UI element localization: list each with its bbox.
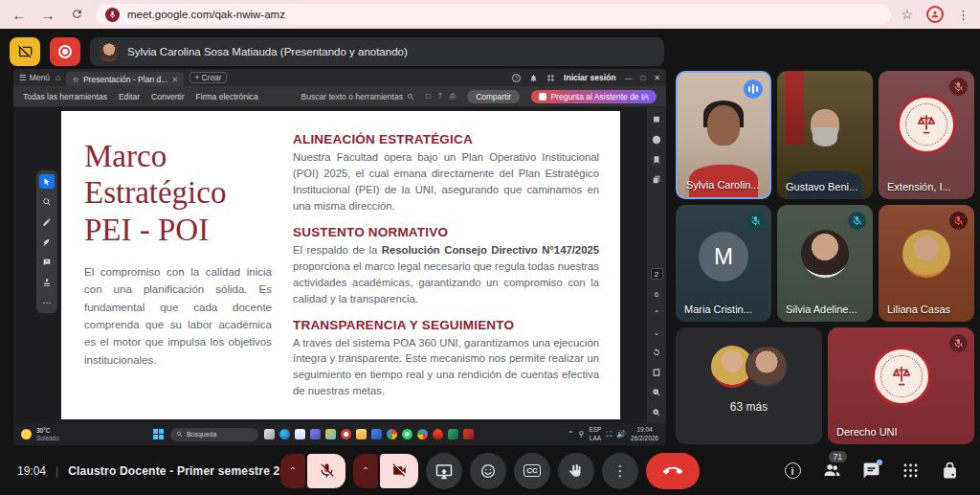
create-tab-button[interactable]: + Crear (189, 72, 226, 83)
acrobat-menu-button[interactable]: ☰ Menú (19, 73, 50, 82)
clock-widget[interactable]: 19:04 26/2/2026 (631, 426, 658, 441)
maximize-icon[interactable]: □ (640, 74, 645, 82)
text-comment-tool-icon[interactable] (39, 255, 55, 269)
tray-network-icon[interactable]: ⛶ (606, 430, 612, 439)
camera-options-chevron[interactable]: ⌃ (353, 454, 378, 488)
speaking-indicator-icon (744, 79, 763, 99)
stamp-tool-icon[interactable] (39, 275, 55, 289)
participant-tile-liliana[interactable]: Liliana Casas (879, 205, 974, 322)
more-tools-icon[interactable]: ⋯ (39, 295, 55, 309)
start-button-icon[interactable] (153, 429, 165, 440)
taskbar-app-icon[interactable] (417, 429, 428, 439)
participant-tile-derecho-uni[interactable]: Derecho UNI (828, 327, 974, 444)
slide-section-alineacion: ALINEACIÓN ESTRATÉGICA Nuestra Facultad … (293, 132, 599, 214)
taskbar-app-icon[interactable] (310, 429, 321, 439)
participant-tile-sylvia[interactable]: Sylvia Carolin... (676, 71, 771, 199)
document-tab[interactable]: ☆ Presentación - Plan d... ✕ (66, 72, 184, 86)
zoom-tool-icon[interactable] (39, 194, 55, 209)
presenter-name-pill[interactable]: Sylvia Carolina Sosa Matiauda (Presentan… (90, 37, 664, 66)
taskbar-app-icon[interactable] (264, 429, 275, 439)
taskbar-app-icon[interactable] (295, 429, 305, 439)
taskbar-app-icon[interactable] (387, 429, 397, 439)
acrobat-share-button[interactable]: Compartir (467, 90, 520, 103)
participant-avatar (902, 230, 950, 278)
tab-close-icon[interactable]: ✕ (171, 75, 178, 84)
search-tools[interactable]: Buscar texto o herramientas (301, 92, 414, 101)
taskbar-app-icon[interactable] (279, 429, 290, 439)
page-thumbnails-icon[interactable] (652, 175, 661, 185)
participant-tile-extension[interactable]: Extensión, I... (879, 71, 974, 199)
taskbar-app-icon[interactable] (341, 429, 351, 439)
taskbar-search[interactable]: Búsqueda (170, 428, 258, 441)
page-up-icon[interactable]: ⌃ (654, 309, 660, 318)
notifications-icon[interactable] (529, 74, 538, 82)
mic-toggle-button[interactable] (307, 454, 345, 488)
participant-tile-silvia-adeline[interactable]: Silvia Adeline... (777, 205, 873, 322)
profile-avatar-icon[interactable] (926, 6, 944, 23)
menu-esign[interactable]: Firma electrónica (196, 92, 258, 101)
fit-page-icon[interactable] (652, 368, 661, 377)
end-call-button[interactable] (646, 453, 700, 489)
zoom-out-icon[interactable] (652, 388, 661, 397)
upload-icon[interactable]: ⤴ (438, 92, 442, 101)
pencil-tool-icon[interactable] (39, 214, 55, 229)
highlighter-tool-icon[interactable] (39, 235, 55, 249)
menu-convert[interactable]: Convertir (151, 92, 184, 101)
taskbar-tray[interactable]: ⌃ ⚲ ESP LAA ⛶ 🔊 19:04 26/2/2026 (568, 426, 658, 441)
signin-button[interactable]: Iniciar sesión (564, 73, 615, 82)
recording-indicator-button[interactable] (50, 37, 80, 66)
forward-icon[interactable]: → (38, 7, 57, 23)
mic-off-icon (949, 78, 968, 96)
zoom-in-icon[interactable] (652, 408, 661, 417)
mic-options-chevron[interactable]: ⌃ (280, 454, 305, 488)
taskbar-app-icon[interactable] (371, 429, 382, 439)
menu-edit[interactable]: Editar (119, 92, 140, 101)
reload-icon[interactable] (67, 7, 86, 23)
more-options-button[interactable]: ⋮ (602, 453, 638, 489)
page-down-icon[interactable]: ⌄ (654, 328, 660, 337)
close-icon[interactable]: ✕ (654, 74, 660, 82)
bookmark-icon[interactable]: ☆ (901, 7, 913, 22)
meeting-details-button[interactable]: i (781, 460, 804, 483)
present-button[interactable] (426, 453, 462, 489)
taskbar-app-icon[interactable] (325, 429, 336, 439)
participants-button[interactable]: 71 (820, 460, 843, 483)
taskbar-app-icon[interactable] (402, 429, 412, 439)
taskbar-app-icon[interactable] (448, 429, 458, 439)
select-tool-icon[interactable] (39, 174, 55, 189)
tray-volume-icon[interactable]: 🔊 (616, 430, 626, 439)
acrobat-info-icon[interactable]: ? (512, 74, 521, 82)
bookmarks-icon[interactable] (652, 155, 661, 165)
home-icon[interactable]: ⌂ (56, 73, 60, 82)
menu-all-tools[interactable]: Todas las herramientas (23, 92, 107, 101)
ai-assistant-button[interactable]: Pregunta al Asistente de IA (531, 90, 657, 103)
presentation-warning-button[interactable] (10, 37, 40, 66)
camera-toggle-button[interactable] (380, 454, 418, 488)
captions-button[interactable]: CC (514, 453, 550, 489)
participant-tile-maria[interactable]: M Maria Cristin... (676, 205, 771, 322)
apps-grid-icon[interactable] (546, 74, 555, 82)
address-bar[interactable]: meet.google.com/qak-nwiw-amz (96, 4, 891, 25)
host-controls-button[interactable] (938, 460, 961, 483)
save-icon[interactable]: □ (426, 92, 431, 101)
recent-files-icon[interactable] (652, 135, 661, 145)
activities-button[interactable] (899, 460, 922, 483)
weather-widget[interactable]: 30°C Soleado (21, 427, 59, 442)
participant-tile-gustavo[interactable]: Gustavo Beni... (777, 71, 873, 199)
rotate-icon[interactable] (652, 348, 661, 357)
participants-overflow-tile[interactable]: 63 más (676, 327, 822, 444)
minimize-icon[interactable]: — (624, 74, 632, 82)
tray-mic-icon[interactable]: ⚲ (579, 430, 585, 439)
taskbar-app-icon[interactable] (463, 429, 474, 439)
print-icon[interactable]: ⎙ (450, 92, 456, 101)
browser-menu-icon[interactable]: ⋮ (957, 8, 970, 22)
raise-hand-button[interactable] (558, 453, 594, 489)
current-page-box[interactable]: 2 (651, 268, 663, 280)
reactions-button[interactable] (470, 453, 506, 489)
tray-expand-icon[interactable]: ⌃ (568, 430, 574, 439)
taskbar-app-icon[interactable] (356, 429, 367, 439)
taskbar-app-icon[interactable] (433, 429, 443, 439)
export-pdf-icon[interactable] (652, 115, 661, 124)
back-icon[interactable]: ← (10, 7, 29, 23)
chat-button[interactable] (859, 460, 882, 483)
